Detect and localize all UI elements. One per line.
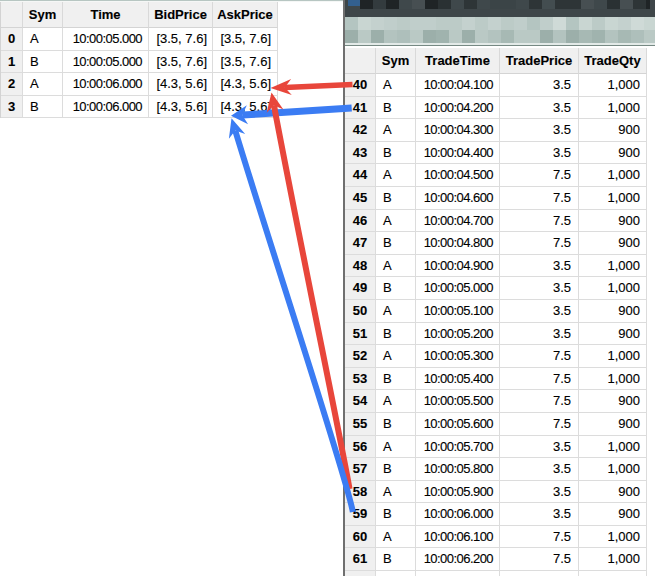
data-cell[interactable]: [3.5, 7.6] (213, 28, 278, 50)
row-index-cell[interactable]: 0 (1, 28, 23, 50)
data-cell[interactable]: 1,000 (579, 368, 647, 391)
column-header-sym[interactable]: Sym (23, 2, 63, 28)
row-index-cell[interactable]: 46 (345, 210, 376, 233)
row-index-cell[interactable]: 54 (345, 390, 376, 413)
data-cell[interactable]: A (376, 436, 416, 459)
data-cell[interactable]: 10:00:06.200 (416, 548, 500, 571)
data-cell[interactable]: 1,000 (579, 526, 647, 549)
data-cell[interactable]: 3.5 (500, 74, 579, 97)
trades-window-toolbar[interactable] (345, 17, 655, 43)
data-cell[interactable]: 10:00:05.800 (416, 458, 500, 481)
data-cell[interactable]: A (376, 390, 416, 413)
row-index-cell[interactable]: 47 (345, 232, 376, 255)
data-cell[interactable]: 10:00:04.200 (416, 97, 500, 120)
data-cell[interactable]: B (376, 187, 416, 210)
data-cell[interactable]: 10:00:04.500 (416, 164, 500, 187)
corner-cell[interactable] (345, 48, 376, 75)
data-cell[interactable]: A (376, 255, 416, 278)
data-cell[interactable]: B (376, 232, 416, 255)
data-cell[interactable]: B (376, 368, 416, 391)
data-cell[interactable]: 3.5 (500, 97, 579, 120)
data-cell[interactable]: 10:00:05.200 (416, 323, 500, 346)
data-cell[interactable]: 900 (579, 232, 647, 255)
data-cell[interactable]: 10:00:05.100 (416, 300, 500, 323)
row-index-cell[interactable]: 58 (345, 481, 376, 504)
data-cell[interactable]: 1,000 (579, 74, 647, 97)
row-index-cell[interactable]: 57 (345, 458, 376, 481)
data-cell[interactable]: [4.3, 5.6] (213, 73, 278, 95)
data-cell[interactable]: 7.5 (500, 210, 579, 233)
data-cell[interactable]: 900 (579, 142, 647, 165)
row-index-cell[interactable]: 2 (1, 73, 23, 95)
data-cell[interactable]: 7.5 (500, 390, 579, 413)
data-cell[interactable]: 10:00:04.600 (416, 187, 500, 210)
data-cell[interactable]: B (376, 97, 416, 120)
data-cell[interactable]: 3.5 (500, 142, 579, 165)
row-index-cell[interactable]: 51 (345, 323, 376, 346)
data-cell[interactable]: 10:00:05.300 (416, 345, 500, 368)
data-cell[interactable]: 10:00:05.600 (416, 413, 500, 436)
data-cell[interactable]: 10:00:05.900 (416, 481, 500, 504)
row-index-cell[interactable]: 49 (345, 277, 376, 300)
row-index-cell[interactable]: 52 (345, 345, 376, 368)
data-cell[interactable]: 3.5 (500, 300, 579, 323)
data-cell[interactable]: 3.5 (500, 458, 579, 481)
data-cell[interactable]: 3.5 (500, 481, 579, 504)
corner-cell[interactable] (1, 2, 23, 28)
row-index-cell[interactable]: 60 (345, 526, 376, 549)
data-cell[interactable]: 1,000 (579, 458, 647, 481)
data-cell[interactable]: B (376, 413, 416, 436)
data-cell[interactable]: 3.5 (500, 323, 579, 346)
row-index-cell[interactable]: 3 (1, 96, 23, 118)
data-cell[interactable]: 1,000 (579, 164, 647, 187)
data-cell[interactable]: 3.5 (500, 503, 579, 526)
row-index-cell[interactable]: 45 (345, 187, 376, 210)
data-cell[interactable]: 10:00:05.000 (63, 51, 149, 73)
data-cell[interactable]: B (376, 277, 416, 300)
data-cell[interactable]: B (376, 503, 416, 526)
data-cell[interactable]: 3.5 (500, 277, 579, 300)
data-cell[interactable]: 10:00:04.700 (416, 210, 500, 233)
data-cell[interactable]: 7.5 (500, 164, 579, 187)
data-cell[interactable]: 900 (579, 481, 647, 504)
row-index-cell[interactable]: 44 (345, 164, 376, 187)
data-cell[interactable]: 900 (579, 503, 647, 526)
data-cell[interactable]: 10:00:06.000 (63, 73, 149, 95)
data-cell[interactable]: [4.3, 5.6] (149, 73, 213, 95)
data-cell[interactable]: A (376, 481, 416, 504)
data-cell[interactable]: 1,000 (579, 187, 647, 210)
row-index-cell[interactable]: 55 (345, 413, 376, 436)
row-index-cell[interactable]: 53 (345, 368, 376, 391)
data-cell[interactable]: 900 (579, 323, 647, 346)
row-index-cell[interactable]: 1 (1, 51, 23, 73)
data-cell[interactable]: [3.5, 7.6] (149, 51, 213, 73)
app-icon[interactable] (348, 0, 361, 6)
data-cell[interactable]: 10:00:06.000 (63, 96, 149, 118)
row-index-cell[interactable]: 50 (345, 300, 376, 323)
data-cell[interactable]: 900 (579, 119, 647, 142)
trades-window-titlebar[interactable] (345, 0, 655, 17)
data-cell[interactable]: B (376, 323, 416, 346)
data-cell[interactable]: A (376, 210, 416, 233)
data-cell[interactable]: 10:00:06.000 (416, 503, 500, 526)
data-cell[interactable]: 7.5 (500, 413, 579, 436)
data-cell[interactable]: 3.5 (500, 436, 579, 459)
data-cell[interactable]: B (376, 548, 416, 571)
data-cell[interactable]: B (376, 142, 416, 165)
data-cell[interactable]: 1,000 (579, 345, 647, 368)
data-cell[interactable]: 1,000 (579, 255, 647, 278)
data-cell[interactable]: 10:00:06.100 (416, 526, 500, 549)
column-header-tradetime[interactable]: TradeTime (416, 48, 500, 75)
row-index-cell[interactable]: 61 (345, 548, 376, 571)
data-cell[interactable]: [3.5, 7.6] (149, 28, 213, 50)
data-cell[interactable]: 10:00:05.500 (416, 390, 500, 413)
data-cell[interactable]: A (376, 300, 416, 323)
row-index-cell[interactable]: 56 (345, 436, 376, 459)
column-header-tradeprice[interactable]: TradePrice (500, 48, 579, 75)
column-header-askprice[interactable]: AskPrice (213, 2, 278, 28)
data-cell[interactable]: 900 (579, 210, 647, 233)
row-index-cell[interactable]: 43 (345, 142, 376, 165)
data-cell[interactable]: A (376, 119, 416, 142)
data-cell[interactable]: [4.3, 5.6] (149, 96, 213, 118)
data-cell[interactable]: 7.5 (500, 187, 579, 210)
